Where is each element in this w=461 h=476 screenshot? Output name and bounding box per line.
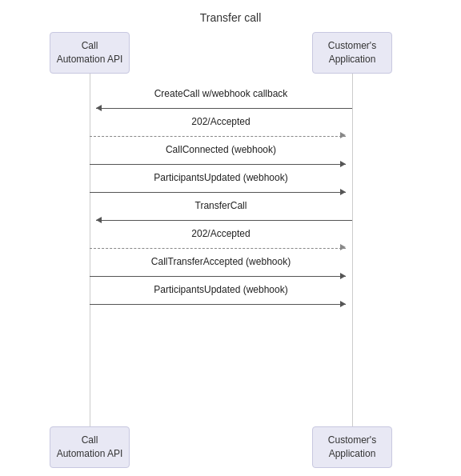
arrow-line-3 <box>90 192 346 193</box>
box-bot-left: Call Automation API <box>50 426 130 468</box>
arrow-line-0 <box>96 108 352 109</box>
arrow-row-7: ParticipantsUpdated (webhook) <box>90 284 352 306</box>
sequence-area: Call Automation API Customer's Applicati… <box>0 32 461 476</box>
arrowhead-5 <box>340 244 346 250</box>
arrow-line-4 <box>96 220 352 221</box>
diagram-title: Transfer call <box>0 0 461 32</box>
arrowhead-7 <box>340 301 346 307</box>
arrow-line-5 <box>90 248 346 249</box>
arrow-row-0: CreateCall w/webhook callback <box>90 88 352 110</box>
box-bot-right: Customer's Application <box>312 426 392 468</box>
arrow-line-1 <box>90 136 346 137</box>
arrow-row-5: 202/Accepted <box>90 228 352 250</box>
arrowhead-3 <box>340 189 346 195</box>
arrowhead-1 <box>340 132 346 138</box>
arrow-line-7 <box>90 304 346 305</box>
arrowhead-4 <box>96 217 102 223</box>
arrowhead-2 <box>340 161 346 167</box>
box-top-right: Customer's Application <box>312 32 392 74</box>
arrow-row-3: ParticipantsUpdated (webhook) <box>90 172 352 194</box>
arrow-row-6: CallTransferAccepted (webhook) <box>90 256 352 278</box>
diagram-container: Transfer call Call Automation API Custom… <box>0 0 461 476</box>
lifeline-right <box>352 74 353 426</box>
arrow-label-5: 202/Accepted <box>90 228 352 239</box>
arrow-label-6: CallTransferAccepted (webhook) <box>90 256 352 267</box>
arrow-label-7: ParticipantsUpdated (webhook) <box>90 284 352 295</box>
arrow-row-1: 202/Accepted <box>90 116 352 138</box>
arrow-label-3: ParticipantsUpdated (webhook) <box>90 172 352 183</box>
arrow-label-2: CallConnected (webhook) <box>90 144 352 155</box>
arrowhead-0 <box>96 105 102 111</box>
arrow-line-2 <box>90 164 346 165</box>
arrow-label-1: 202/Accepted <box>90 116 352 127</box>
arrow-row-4: TransferCall <box>90 200 352 222</box>
arrowhead-6 <box>340 273 346 279</box>
box-top-left: Call Automation API <box>50 32 130 74</box>
arrow-line-6 <box>90 276 346 277</box>
arrow-row-2: CallConnected (webhook) <box>90 144 352 166</box>
arrow-label-0: CreateCall w/webhook callback <box>90 88 352 99</box>
arrow-label-4: TransferCall <box>90 200 352 211</box>
